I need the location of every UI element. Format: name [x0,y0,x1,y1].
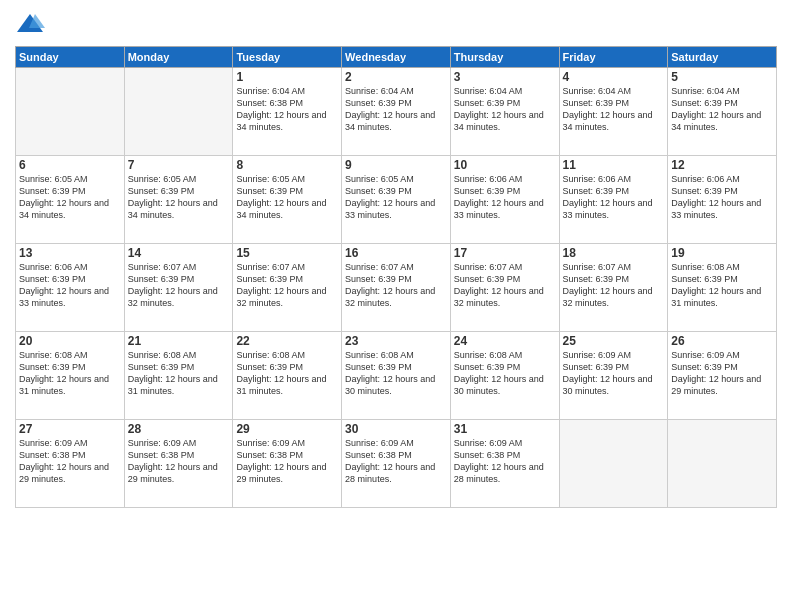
weekday-header-row: SundayMondayTuesdayWednesdayThursdayFrid… [16,47,777,68]
calendar-cell: 1Sunrise: 6:04 AM Sunset: 6:38 PM Daylig… [233,68,342,156]
day-number: 15 [236,246,338,260]
cell-daylight-info: Sunrise: 6:09 AM Sunset: 6:38 PM Dayligh… [454,437,556,486]
day-number: 23 [345,334,447,348]
day-number: 24 [454,334,556,348]
day-number: 6 [19,158,121,172]
day-number: 31 [454,422,556,436]
calendar-cell: 9Sunrise: 6:05 AM Sunset: 6:39 PM Daylig… [342,156,451,244]
weekday-header-cell: Tuesday [233,47,342,68]
calendar-week-row: 13Sunrise: 6:06 AM Sunset: 6:39 PM Dayli… [16,244,777,332]
calendar-cell: 4Sunrise: 6:04 AM Sunset: 6:39 PM Daylig… [559,68,668,156]
cell-daylight-info: Sunrise: 6:09 AM Sunset: 6:39 PM Dayligh… [563,349,665,398]
cell-daylight-info: Sunrise: 6:07 AM Sunset: 6:39 PM Dayligh… [128,261,230,310]
calendar-cell: 12Sunrise: 6:06 AM Sunset: 6:39 PM Dayli… [668,156,777,244]
calendar-week-row: 20Sunrise: 6:08 AM Sunset: 6:39 PM Dayli… [16,332,777,420]
calendar-week-row: 1Sunrise: 6:04 AM Sunset: 6:38 PM Daylig… [16,68,777,156]
day-number: 7 [128,158,230,172]
weekday-header-cell: Sunday [16,47,125,68]
calendar-cell: 21Sunrise: 6:08 AM Sunset: 6:39 PM Dayli… [124,332,233,420]
cell-daylight-info: Sunrise: 6:06 AM Sunset: 6:39 PM Dayligh… [563,173,665,222]
cell-daylight-info: Sunrise: 6:06 AM Sunset: 6:39 PM Dayligh… [19,261,121,310]
day-number: 28 [128,422,230,436]
calendar-cell: 27Sunrise: 6:09 AM Sunset: 6:38 PM Dayli… [16,420,125,508]
cell-daylight-info: Sunrise: 6:05 AM Sunset: 6:39 PM Dayligh… [128,173,230,222]
calendar-body: 1Sunrise: 6:04 AM Sunset: 6:38 PM Daylig… [16,68,777,508]
calendar-cell: 22Sunrise: 6:08 AM Sunset: 6:39 PM Dayli… [233,332,342,420]
calendar-cell: 3Sunrise: 6:04 AM Sunset: 6:39 PM Daylig… [450,68,559,156]
calendar-cell: 14Sunrise: 6:07 AM Sunset: 6:39 PM Dayli… [124,244,233,332]
calendar-cell: 25Sunrise: 6:09 AM Sunset: 6:39 PM Dayli… [559,332,668,420]
calendar-cell: 15Sunrise: 6:07 AM Sunset: 6:39 PM Dayli… [233,244,342,332]
cell-daylight-info: Sunrise: 6:08 AM Sunset: 6:39 PM Dayligh… [128,349,230,398]
day-number: 25 [563,334,665,348]
cell-daylight-info: Sunrise: 6:04 AM Sunset: 6:38 PM Dayligh… [236,85,338,134]
calendar-cell: 7Sunrise: 6:05 AM Sunset: 6:39 PM Daylig… [124,156,233,244]
day-number: 19 [671,246,773,260]
calendar-cell [16,68,125,156]
cell-daylight-info: Sunrise: 6:09 AM Sunset: 6:39 PM Dayligh… [671,349,773,398]
cell-daylight-info: Sunrise: 6:09 AM Sunset: 6:38 PM Dayligh… [128,437,230,486]
calendar-cell: 6Sunrise: 6:05 AM Sunset: 6:39 PM Daylig… [16,156,125,244]
day-number: 4 [563,70,665,84]
calendar-cell: 16Sunrise: 6:07 AM Sunset: 6:39 PM Dayli… [342,244,451,332]
weekday-header-cell: Thursday [450,47,559,68]
cell-daylight-info: Sunrise: 6:04 AM Sunset: 6:39 PM Dayligh… [563,85,665,134]
day-number: 18 [563,246,665,260]
day-number: 3 [454,70,556,84]
page: SundayMondayTuesdayWednesdayThursdayFrid… [0,0,792,612]
cell-daylight-info: Sunrise: 6:05 AM Sunset: 6:39 PM Dayligh… [19,173,121,222]
calendar-cell: 28Sunrise: 6:09 AM Sunset: 6:38 PM Dayli… [124,420,233,508]
calendar-cell: 5Sunrise: 6:04 AM Sunset: 6:39 PM Daylig… [668,68,777,156]
cell-daylight-info: Sunrise: 6:07 AM Sunset: 6:39 PM Dayligh… [563,261,665,310]
calendar-cell [559,420,668,508]
logo-icon [15,10,45,40]
cell-daylight-info: Sunrise: 6:08 AM Sunset: 6:39 PM Dayligh… [345,349,447,398]
day-number: 9 [345,158,447,172]
day-number: 14 [128,246,230,260]
calendar-cell: 17Sunrise: 6:07 AM Sunset: 6:39 PM Dayli… [450,244,559,332]
day-number: 21 [128,334,230,348]
calendar-cell: 13Sunrise: 6:06 AM Sunset: 6:39 PM Dayli… [16,244,125,332]
cell-daylight-info: Sunrise: 6:08 AM Sunset: 6:39 PM Dayligh… [19,349,121,398]
day-number: 29 [236,422,338,436]
header [15,10,777,40]
cell-daylight-info: Sunrise: 6:08 AM Sunset: 6:39 PM Dayligh… [454,349,556,398]
calendar-cell: 2Sunrise: 6:04 AM Sunset: 6:39 PM Daylig… [342,68,451,156]
cell-daylight-info: Sunrise: 6:06 AM Sunset: 6:39 PM Dayligh… [671,173,773,222]
calendar-cell [668,420,777,508]
cell-daylight-info: Sunrise: 6:09 AM Sunset: 6:38 PM Dayligh… [19,437,121,486]
day-number: 16 [345,246,447,260]
day-number: 22 [236,334,338,348]
weekday-header-cell: Wednesday [342,47,451,68]
calendar-cell: 10Sunrise: 6:06 AM Sunset: 6:39 PM Dayli… [450,156,559,244]
day-number: 26 [671,334,773,348]
day-number: 5 [671,70,773,84]
cell-daylight-info: Sunrise: 6:09 AM Sunset: 6:38 PM Dayligh… [236,437,338,486]
cell-daylight-info: Sunrise: 6:04 AM Sunset: 6:39 PM Dayligh… [454,85,556,134]
day-number: 8 [236,158,338,172]
calendar-cell: 8Sunrise: 6:05 AM Sunset: 6:39 PM Daylig… [233,156,342,244]
calendar-cell: 24Sunrise: 6:08 AM Sunset: 6:39 PM Dayli… [450,332,559,420]
calendar-cell: 18Sunrise: 6:07 AM Sunset: 6:39 PM Dayli… [559,244,668,332]
day-number: 1 [236,70,338,84]
cell-daylight-info: Sunrise: 6:06 AM Sunset: 6:39 PM Dayligh… [454,173,556,222]
day-number: 10 [454,158,556,172]
calendar-table: SundayMondayTuesdayWednesdayThursdayFrid… [15,46,777,508]
calendar-cell [124,68,233,156]
calendar-cell: 19Sunrise: 6:08 AM Sunset: 6:39 PM Dayli… [668,244,777,332]
cell-daylight-info: Sunrise: 6:07 AM Sunset: 6:39 PM Dayligh… [345,261,447,310]
calendar-cell: 11Sunrise: 6:06 AM Sunset: 6:39 PM Dayli… [559,156,668,244]
day-number: 11 [563,158,665,172]
logo [15,10,49,40]
day-number: 13 [19,246,121,260]
cell-daylight-info: Sunrise: 6:08 AM Sunset: 6:39 PM Dayligh… [236,349,338,398]
cell-daylight-info: Sunrise: 6:04 AM Sunset: 6:39 PM Dayligh… [671,85,773,134]
day-number: 30 [345,422,447,436]
cell-daylight-info: Sunrise: 6:04 AM Sunset: 6:39 PM Dayligh… [345,85,447,134]
calendar-cell: 29Sunrise: 6:09 AM Sunset: 6:38 PM Dayli… [233,420,342,508]
day-number: 12 [671,158,773,172]
day-number: 2 [345,70,447,84]
weekday-header-cell: Friday [559,47,668,68]
cell-daylight-info: Sunrise: 6:07 AM Sunset: 6:39 PM Dayligh… [454,261,556,310]
calendar-week-row: 27Sunrise: 6:09 AM Sunset: 6:38 PM Dayli… [16,420,777,508]
